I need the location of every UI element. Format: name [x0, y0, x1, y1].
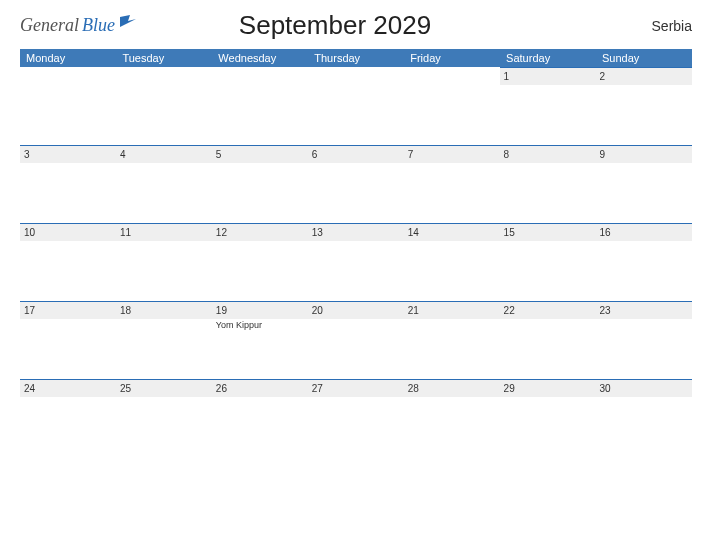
- calendar-cell: 9: [596, 145, 692, 223]
- calendar-cell: 30: [596, 379, 692, 457]
- calendar-cell: [212, 67, 308, 145]
- calendar-cell: 11: [116, 223, 212, 301]
- day-number: 28: [404, 379, 500, 397]
- calendar-cell: 7: [404, 145, 500, 223]
- calendar-cell: 23: [596, 301, 692, 379]
- calendar-cell: 17: [20, 301, 116, 379]
- day-number: 9: [596, 145, 692, 163]
- calendar-cell: 20: [308, 301, 404, 379]
- calendar-week: 24252627282930: [20, 379, 692, 457]
- country-label: Serbia: [612, 18, 692, 34]
- calendar-cell: 26: [212, 379, 308, 457]
- calendar-cell: 12: [212, 223, 308, 301]
- day-number: 3: [20, 145, 116, 163]
- calendar-cell: 21: [404, 301, 500, 379]
- dow-fri: Friday: [404, 49, 500, 67]
- calendar-cell: 8: [500, 145, 596, 223]
- day-number: 29: [500, 379, 596, 397]
- holiday-label: Yom Kippur: [212, 319, 308, 331]
- calendar-cell: 27: [308, 379, 404, 457]
- calendar-cell: [20, 67, 116, 145]
- calendar-grid: Monday Tuesday Wednesday Thursday Friday…: [20, 49, 692, 457]
- day-of-week-row: Monday Tuesday Wednesday Thursday Friday…: [20, 49, 692, 67]
- calendar-cell: 25: [116, 379, 212, 457]
- calendar-cell: 1: [500, 67, 596, 145]
- day-number: 14: [404, 223, 500, 241]
- day-number: 26: [212, 379, 308, 397]
- day-number: 5: [212, 145, 308, 163]
- calendar-cell: 2: [596, 67, 692, 145]
- calendar-cell: 24: [20, 379, 116, 457]
- calendar-cell: 13: [308, 223, 404, 301]
- calendar-week: 3456789: [20, 145, 692, 223]
- dow-sun: Sunday: [596, 49, 692, 67]
- day-number: 11: [116, 223, 212, 241]
- day-number: 1: [500, 67, 596, 85]
- day-number: 22: [500, 301, 596, 319]
- calendar-cell: 5: [212, 145, 308, 223]
- day-number: 4: [116, 145, 212, 163]
- day-number: 19: [212, 301, 308, 319]
- day-number: 15: [500, 223, 596, 241]
- calendar-cell: 6: [308, 145, 404, 223]
- calendar-cell: 14: [404, 223, 500, 301]
- calendar-cell: [404, 67, 500, 145]
- day-number: 16: [596, 223, 692, 241]
- brand-flag-icon: [120, 15, 138, 33]
- day-number: 17: [20, 301, 116, 319]
- calendar-cell: 18: [116, 301, 212, 379]
- day-number: 18: [116, 301, 212, 319]
- dow-mon: Monday: [20, 49, 116, 67]
- calendar-cell: 4: [116, 145, 212, 223]
- day-number: 25: [116, 379, 212, 397]
- calendar-cell: 19Yom Kippur: [212, 301, 308, 379]
- day-number: 7: [404, 145, 500, 163]
- day-number: [308, 67, 404, 85]
- day-number: 30: [596, 379, 692, 397]
- calendar-cell: 3: [20, 145, 116, 223]
- day-number: 8: [500, 145, 596, 163]
- calendar-cell: 22: [500, 301, 596, 379]
- day-number: 10: [20, 223, 116, 241]
- day-number: 21: [404, 301, 500, 319]
- day-number: 20: [308, 301, 404, 319]
- dow-tue: Tuesday: [116, 49, 212, 67]
- day-number: 13: [308, 223, 404, 241]
- calendar-week: 10111213141516: [20, 223, 692, 301]
- calendar-cell: 10: [20, 223, 116, 301]
- calendar-cell: 15: [500, 223, 596, 301]
- day-number: [404, 67, 500, 85]
- day-number: [116, 67, 212, 85]
- day-number: 2: [596, 67, 692, 85]
- calendar-cell: [116, 67, 212, 145]
- calendar-cell: 28: [404, 379, 500, 457]
- day-number: 23: [596, 301, 692, 319]
- day-number: 27: [308, 379, 404, 397]
- day-number: [20, 67, 116, 85]
- day-number: 24: [20, 379, 116, 397]
- calendar-title: September 2029: [58, 10, 612, 41]
- day-number: 12: [212, 223, 308, 241]
- day-number: [212, 67, 308, 85]
- calendar-cell: 29: [500, 379, 596, 457]
- calendar-header: General Blue September 2029 Serbia: [20, 10, 692, 41]
- dow-wed: Wednesday: [212, 49, 308, 67]
- calendar-cell: 16: [596, 223, 692, 301]
- dow-thu: Thursday: [308, 49, 404, 67]
- dow-sat: Saturday: [500, 49, 596, 67]
- day-number: 6: [308, 145, 404, 163]
- calendar-week: 12: [20, 67, 692, 145]
- calendar-week: 171819Yom Kippur20212223: [20, 301, 692, 379]
- calendar-cell: [308, 67, 404, 145]
